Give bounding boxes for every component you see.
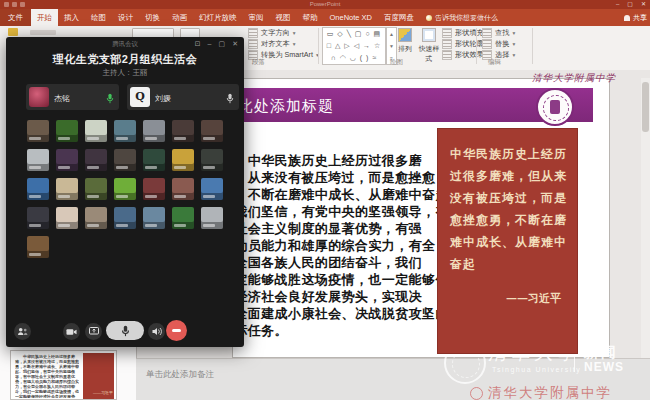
scrollbar-thumb[interactable] — [642, 82, 649, 132]
redo-icon[interactable] — [20, 2, 25, 7]
ribbon-tab-7[interactable]: 动画 — [166, 9, 193, 26]
participant-tile-13[interactable] — [172, 149, 194, 171]
meeting-window-control-4-icon[interactable]: ✕ — [232, 40, 238, 48]
ribbon-tab-6[interactable]: 切换 — [139, 9, 166, 26]
share-screen-button[interactable] — [85, 323, 102, 340]
ribbon-control-blob — [30, 30, 56, 35]
avatar: Q — [130, 87, 150, 107]
text-line: 国社会主义制度的显著优势，有强 — [221, 220, 462, 237]
ribbon-tab-9[interactable]: 审阅 — [243, 9, 270, 26]
participant-tile-27[interactable] — [172, 207, 194, 229]
arrange-button[interactable]: 排列 — [392, 28, 418, 54]
ribbon-tab-11[interactable]: 帮助 — [297, 9, 324, 26]
participant-tile-3[interactable] — [85, 120, 107, 142]
participant-tile-1[interactable] — [27, 120, 49, 142]
notes-placeholder[interactable]: 单击此处添加备注 — [146, 369, 214, 381]
ribbon-tab-1[interactable]: 文件 — [0, 9, 31, 26]
text-line: 没有被压垮过，而是 — [450, 187, 567, 209]
participant-tile-15[interactable] — [27, 178, 49, 200]
participant-tile-7[interactable] — [201, 120, 223, 142]
meeting-window-control-3-icon[interactable]: ▢ — [219, 40, 226, 48]
ribbon-tab-3[interactable]: 插入 — [58, 9, 85, 26]
meeting-window[interactable]: 腾讯会议 ⊡–▢✕ 理化生党支部2月组织生活会 主持人：王丽 杰铭 Q 刘媛 — [6, 37, 244, 347]
ribbon-tab-10[interactable]: 视图 — [270, 9, 297, 26]
participant-tile-10[interactable] — [85, 149, 107, 171]
handset-icon — [172, 329, 181, 332]
meeting-window-control-2-icon[interactable]: – — [208, 40, 212, 48]
participant-tile-19[interactable] — [143, 178, 165, 200]
featured-participant-2[interactable]: Q 刘媛 — [127, 84, 239, 110]
editing-1-button[interactable]: 查找▾ — [482, 28, 515, 38]
text-line: 目标任务。 — [221, 322, 462, 339]
participant-tile-2[interactable] — [56, 120, 78, 142]
participant-tile-21[interactable] — [201, 178, 223, 200]
slide-body-text[interactable]: 中华民族历史上经历过很多磨难，从来没有被压垮过，而是愈挫愈勇，不断在磨难中成长、… — [221, 152, 462, 339]
text-line: 一定能够战胜这场疫情，也一定能够保 — [221, 271, 462, 288]
ribbon-tab-12[interactable]: OneNote XD — [324, 9, 379, 26]
participant-tile-16[interactable] — [56, 178, 78, 200]
ppt-window-control-3-icon[interactable]: ✕ — [641, 0, 646, 9]
participant-tile-5[interactable] — [143, 120, 165, 142]
featured-participant-1[interactable]: 杰铭 — [26, 84, 119, 110]
undo-icon[interactable] — [12, 2, 17, 7]
thumbnail-quote-box: ——习近平 — [83, 353, 114, 399]
editing-2-button[interactable]: 替换▾ — [482, 39, 515, 49]
shapes-gallery[interactable]: ▭ ◇ ╲ ▢ ○ ▤□ △ ▷ ◁ → ☆∩ ◠ ◡ ( ) ≈ — [322, 27, 386, 65]
ribbon-tab-2[interactable]: 开始 — [31, 9, 58, 26]
participant-tile-24[interactable] — [85, 207, 107, 229]
shape-row[interactable]: ∩ ◠ ◡ ( ) ≈ — [323, 52, 385, 64]
ribbon-tab-8[interactable]: 幻灯片放映 — [193, 9, 243, 26]
quote-text: 中华民族历史上经历过很多磨难，但从来没有被压垮过，而是愈挫愈勇，不断在磨难中成长… — [450, 143, 567, 275]
paste-icon[interactable] — [8, 28, 18, 36]
participant-tile-26[interactable] — [143, 207, 165, 229]
meeting-window-control-1-icon[interactable]: ⊡ — [195, 40, 201, 48]
participant-tile-17[interactable] — [85, 178, 107, 200]
editing-icon — [482, 39, 492, 49]
participant-tile-23[interactable] — [56, 207, 78, 229]
participant-tile-29[interactable] — [27, 236, 49, 258]
participant-tile-9[interactable] — [56, 149, 78, 171]
participant-tile-14[interactable] — [201, 149, 223, 171]
participant-tile-22[interactable] — [27, 207, 49, 229]
end-meeting-button[interactable] — [166, 320, 187, 341]
save-icon[interactable] — [4, 2, 9, 7]
thumbnail-attribution: ——习近平 — [93, 390, 113, 395]
ribbon-tab-13[interactable]: 百度网盘 — [378, 9, 420, 26]
tell-me-search[interactable]: 告诉我你想要做什么 — [420, 9, 504, 26]
ribbon-tab-5[interactable]: 设计 — [112, 9, 139, 26]
ppt-window-control-2-icon[interactable]: ▢ — [627, 0, 633, 9]
editing-group-label: 编辑 — [488, 58, 501, 67]
ribbon-tab-4[interactable]: 绘图 — [85, 9, 112, 26]
paragraph-group-label: 段落 — [252, 58, 265, 67]
participant-tile-11[interactable] — [114, 149, 136, 171]
participant-tile-8[interactable] — [27, 149, 49, 171]
participant-tile-6[interactable] — [172, 120, 194, 142]
participant-tile-28[interactable] — [201, 207, 223, 229]
slide-thumbnail[interactable]: 中华民族历史上经历过很多磨难，从来没有被压垮过，而是愈挫愈勇，不断在磨难中成长、… — [10, 350, 117, 400]
participant-tile-18[interactable] — [114, 178, 136, 200]
text-line: 胜全面建成小康社会、决战脱贫攻坚的 — [221, 305, 462, 322]
camera-button[interactable] — [63, 323, 80, 340]
drawing-group-label: 绘图 — [390, 58, 403, 67]
paragraph-option-1-button[interactable]: 文字方向▾ — [248, 28, 296, 38]
participant-tile-12[interactable] — [143, 149, 165, 171]
window-controls[interactable]: –▢✕ — [616, 0, 646, 9]
speaker-button[interactable] — [148, 323, 165, 340]
slide-school-script: 清华大学附属中学 — [532, 72, 616, 85]
paragraph-option-2-button[interactable]: 对齐文本▾ — [248, 39, 296, 49]
share-button[interactable]: 共享 — [624, 9, 647, 26]
quick-styles-icon — [422, 28, 436, 42]
ppt-window-control-1-icon[interactable]: – — [616, 0, 619, 9]
meeting-window-controls[interactable]: ⊡–▢✕ — [195, 40, 238, 48]
participant-tile-20[interactable] — [172, 178, 194, 200]
participant-tile-4[interactable] — [114, 120, 136, 142]
participant-tile-25[interactable] — [114, 207, 136, 229]
quick-styles-button[interactable]: 快速样式 — [416, 28, 442, 64]
slide-quote-box[interactable]: 中华民族历史上经历过很多磨难，但从来没有被压垮过，而是愈挫愈勇，不断在磨难中成长… — [437, 128, 578, 354]
quick-access-toolbar[interactable] — [4, 2, 25, 7]
microphone-pill-button[interactable] — [106, 321, 144, 340]
text-line: 过很多磨难，但从来 — [450, 165, 567, 187]
participants-button[interactable] — [14, 323, 31, 340]
shape-row[interactable]: □ △ ▷ ◁ → ☆ — [323, 40, 385, 52]
shape-row[interactable]: ▭ ◇ ╲ ▢ ○ ▤ — [323, 28, 385, 40]
